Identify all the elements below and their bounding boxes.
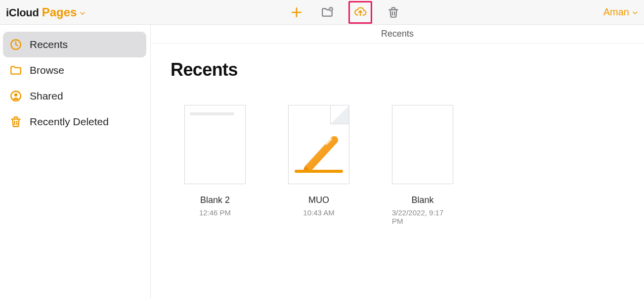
plus-icon	[290, 6, 303, 19]
chevron-down-icon	[631, 9, 639, 17]
sidebar: Recents Browse Shared Recently Deleted	[0, 25, 151, 299]
upload-highlight-box	[348, 1, 372, 24]
document-name: Blank	[411, 195, 433, 205]
folder-plus-icon	[321, 6, 334, 19]
sidebar-item-browse[interactable]: Browse	[3, 57, 146, 83]
content-breadcrumb: Recents	[151, 25, 644, 44]
folder-icon	[9, 63, 23, 77]
document-time: 12:46 PM	[199, 208, 231, 217]
sidebar-item-recents[interactable]: Recents	[3, 32, 146, 57]
document-name: Blank 2	[200, 195, 230, 205]
upload-button[interactable]	[351, 3, 370, 22]
document-time: 3/22/2022, 9:17 PM	[392, 208, 453, 225]
svg-point-3	[14, 94, 18, 97]
clock-icon	[9, 38, 23, 51]
top-toolbar: iCloud Pages	[0, 0, 644, 25]
pages-pencil-icon	[296, 127, 342, 173]
content: Recents Recents Blank 2 12:46 PM	[151, 25, 644, 299]
document-item[interactable]: Blank 3/22/2022, 9:17 PM	[392, 105, 453, 225]
service-label: iCloud	[6, 6, 39, 19]
delete-button[interactable]	[384, 3, 403, 22]
app-switcher[interactable]: Pages	[42, 5, 87, 19]
document-time: 10:43 AM	[303, 208, 334, 217]
sidebar-item-label: Browse	[30, 64, 64, 76]
document-item[interactable]: MUO 10:43 AM	[288, 105, 349, 225]
app-title: Pages	[42, 5, 77, 19]
document-grid: Blank 2 12:46 PM	[171, 105, 624, 225]
sidebar-item-label: Shared	[30, 90, 63, 102]
add-button[interactable]	[287, 3, 306, 22]
chevron-down-icon	[79, 9, 86, 17]
person-icon	[9, 89, 23, 103]
user-menu[interactable]: Aman	[603, 6, 639, 18]
cloud-upload-icon	[354, 6, 367, 19]
trash-icon	[9, 115, 23, 129]
document-thumbnail	[184, 105, 246, 184]
document-item[interactable]: Blank 2 12:46 PM	[184, 105, 246, 225]
document-thumbnail	[392, 105, 453, 184]
page-title: Recents	[171, 59, 624, 80]
document-thumbnail	[288, 105, 349, 184]
sidebar-item-label: Recents	[30, 39, 68, 50]
trash-icon	[387, 6, 400, 19]
user-name: Aman	[603, 6, 629, 18]
sidebar-item-recently-deleted[interactable]: Recently Deleted	[3, 109, 146, 135]
new-folder-button[interactable]	[318, 3, 337, 22]
sidebar-item-shared[interactable]: Shared	[3, 83, 146, 109]
sidebar-item-label: Recently Deleted	[30, 116, 109, 128]
document-name: MUO	[308, 195, 329, 205]
